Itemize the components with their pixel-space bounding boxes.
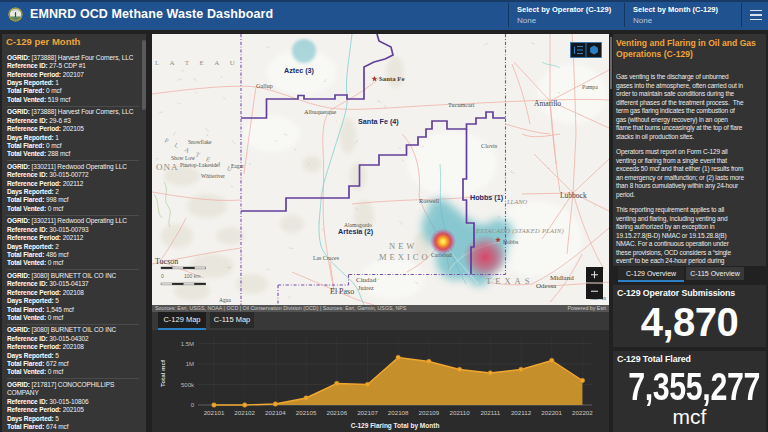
svg-text:Santa Fe: Santa Fe <box>379 75 405 82</box>
svg-text:202105: 202105 <box>296 409 317 416</box>
svg-text:Gallup: Gallup <box>256 82 273 89</box>
svg-text:202202: 202202 <box>572 409 593 416</box>
svg-text:LLANO: LLANO <box>506 198 528 205</box>
svg-text:Carlsbad: Carlsbad <box>431 252 452 258</box>
svg-text:Roswell: Roswell <box>419 197 440 204</box>
svg-text:Agua: Agua <box>219 297 231 303</box>
svg-text:Santa Fe (4): Santa Fe (4) <box>358 117 399 126</box>
svg-text:NEW: NEW <box>389 241 417 251</box>
svg-text:Ciudad: Ciudad <box>356 276 377 284</box>
svg-text:202111: 202111 <box>480 409 500 416</box>
svg-text:202112: 202112 <box>511 409 532 416</box>
svg-text:Tucson: Tucson <box>155 257 178 266</box>
svg-text:500k: 500k <box>181 382 195 388</box>
svg-text:Hobbs (1): Hobbs (1) <box>470 193 504 202</box>
svg-text:202102: 202102 <box>234 409 255 416</box>
svg-text:202108: 202108 <box>388 409 409 416</box>
svg-text:El Paso: El Paso <box>330 287 354 296</box>
svg-text:Clovis: Clovis <box>481 142 498 149</box>
svg-text:202101: 202101 <box>204 409 225 416</box>
svg-text:Pampa: Pampa <box>582 84 598 90</box>
svg-text:Juárez: Juárez <box>358 284 374 291</box>
svg-text:Albuquerque: Albuquerque <box>304 108 337 115</box>
svg-text:202201: 202201 <box>541 409 562 416</box>
svg-text:Hobbs: Hobbs <box>503 239 519 245</box>
svg-text:C-129 Flaring Total by Month: C-129 Flaring Total by Month <box>351 422 440 430</box>
svg-text:TEXAS: TEXAS <box>486 276 533 286</box>
svg-text:Aztec (3): Aztec (3) <box>284 66 315 75</box>
svg-text:Total mcf: Total mcf <box>159 359 166 387</box>
svg-text:202104: 202104 <box>265 409 286 416</box>
svg-text:ESTACADO (STAKED PLAIN): ESTACADO (STAKED PLAIN) <box>475 227 564 235</box>
svg-text:202107: 202107 <box>357 409 378 416</box>
svg-text:202109: 202109 <box>419 409 440 416</box>
svg-text:0: 0 <box>161 273 164 279</box>
svg-text:1M: 1M <box>186 361 194 367</box>
svg-text:1.5M: 1.5M <box>181 341 194 347</box>
svg-text:Midland: Midland <box>550 274 574 282</box>
svg-text:ONA: ONA <box>156 162 179 172</box>
svg-text:202110: 202110 <box>450 409 471 416</box>
svg-text:100 km: 100 km <box>184 273 200 279</box>
svg-text:L A T E A U: L A T E A U <box>155 59 239 67</box>
svg-text:MEXICO: MEXICO <box>379 252 431 262</box>
svg-text:Tucumcari: Tucumcari <box>448 101 475 108</box>
svg-text:Snowflake: Snowflake <box>188 139 212 145</box>
svg-text:Las Cruces: Las Cruces <box>313 255 340 261</box>
svg-text:Odessa: Odessa <box>536 282 557 290</box>
svg-text:202106: 202106 <box>326 409 347 416</box>
svg-text:Whiteriver: Whiteriver <box>201 173 225 179</box>
svg-text:Show Low: Show Low <box>171 155 195 161</box>
svg-text:Amarillo: Amarillo <box>534 99 561 108</box>
svg-text:Artesia (2): Artesia (2) <box>338 227 374 236</box>
svg-text:Lubbock: Lubbock <box>560 191 587 200</box>
